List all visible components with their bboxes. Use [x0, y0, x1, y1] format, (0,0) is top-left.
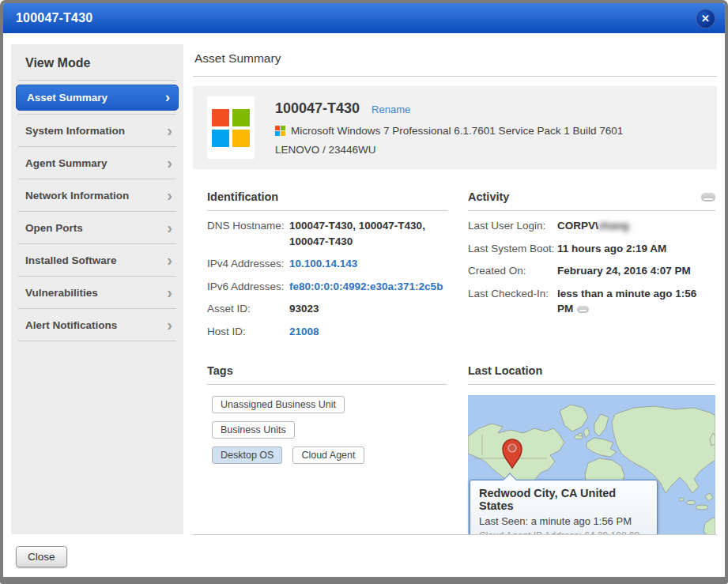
tags-title: Tags	[207, 364, 233, 377]
asset-summary-panel: Asset Summary 100047-T430 Rename Microso…	[193, 44, 717, 535]
rename-link[interactable]: Rename	[372, 104, 410, 115]
sidebar-item-label: Agent Summary	[25, 157, 108, 169]
asset-name: 100047-T430	[275, 100, 360, 117]
last-system-boot-row: Last System Boot: 11 hours ago 2:19 AM	[468, 241, 715, 257]
redacted-text: zhang	[598, 220, 629, 232]
os-logo-box	[207, 96, 255, 159]
ipv6-row: IPv6 Addresses: fe80:0:0:0:4992:e30a:371…	[207, 279, 447, 295]
identification-title: Identification	[207, 190, 278, 203]
chevron-right-icon: ›	[167, 317, 172, 333]
sidebar-item-vulnerabilities[interactable]: Vulnerabilities ›	[11, 277, 183, 308]
chevron-right-icon: ›	[167, 122, 172, 138]
ipv6-value[interactable]: fe80:0:0:0:4992:e30a:371:2c5b	[289, 279, 443, 295]
asset-id-row: Asset ID: 93023	[207, 301, 447, 317]
window-title: 100047-T430	[16, 11, 696, 25]
created-on-value: February 24, 2016 4:07 PM	[557, 263, 691, 279]
location-tooltip: Redwood City, CA United States Last Seen…	[470, 480, 658, 535]
sidebar-item-open-ports[interactable]: Open Ports ›	[11, 212, 183, 243]
field-label: Created On:	[468, 263, 557, 279]
hardware-info: LENOVO / 23446WU	[275, 144, 623, 156]
tag-business-units[interactable]: Business Units	[212, 421, 295, 439]
asset-details-window: 100047-T430 ✕ View Mode Asset Summary › …	[0, 0, 728, 584]
dialog-footer: Close	[3, 540, 725, 577]
os-name: Microsoft Windows 7 Professional 6.1.760…	[291, 125, 623, 137]
sidebar-item-label: Asset Summary	[27, 92, 108, 104]
asset-info: 100047-T430 Rename Microsoft Windows 7 P…	[275, 96, 623, 156]
windows-mini-icon	[275, 126, 285, 136]
chevron-right-icon: ›	[167, 187, 172, 203]
last-user-login-value: CORPV\	[557, 220, 598, 232]
asset-header: 100047-T430 Rename Microsoft Windows 7 P…	[193, 86, 717, 169]
ipv4-value[interactable]: 10.100.14.143	[289, 256, 357, 272]
field-label: Last Checked-In:	[468, 286, 557, 317]
dns-hostname-value: 100047-T430, 100047-T430, 100047-T430	[289, 218, 447, 249]
last-checked-in-row: Last Checked-In: less than a minute ago …	[468, 286, 715, 317]
sidebar-item-alert-notifications[interactable]: Alert Notifications ›	[11, 309, 183, 341]
location-last-seen: Last Seen: a minute ago 1:56 PM	[479, 515, 648, 527]
field-label: IPv4 Addresses:	[207, 256, 289, 272]
created-on-row: Created On: February 24, 2016 4:07 PM	[468, 263, 715, 279]
tag-cloud-agent[interactable]: Cloud Agent	[292, 446, 364, 464]
location-place: Redwood City, CA United States	[479, 487, 648, 512]
ipv4-row: IPv4 Addresses: 10.100.14.143	[207, 256, 447, 272]
view-mode-sidebar: View Mode Asset Summary › System Informa…	[11, 44, 183, 534]
last-system-boot-value: 11 hours ago 2:19 AM	[557, 241, 666, 257]
sidebar-item-label: Open Ports	[25, 222, 83, 234]
activity-title: Activity	[468, 190, 509, 203]
page-title: Asset Summary	[193, 44, 717, 77]
sidebar-item-label: System Information	[25, 125, 125, 137]
tag-desktop-os[interactable]: Desktop OS	[212, 446, 282, 464]
field-label: DNS Hostname:	[207, 218, 289, 249]
world-map[interactable]: Redwood City, CA United States Last Seen…	[468, 395, 715, 535]
identification-section: Identification DNS Hostname: 100047-T430…	[207, 189, 447, 339]
cloud-agent-icon	[577, 306, 589, 313]
last-location-title: Last Location	[468, 364, 542, 377]
close-button[interactable]: Close	[16, 546, 67, 567]
divider	[18, 341, 176, 341]
field-label: Last System Boot:	[468, 241, 557, 257]
last-user-login-row: Last User Login: CORPV\zhang	[468, 218, 715, 234]
sidebar-item-label: Installed Software	[25, 254, 117, 266]
sidebar-item-asset-summary[interactable]: Asset Summary ›	[16, 85, 179, 111]
activity-section: Activity Last User Login: CORPV\zhang La…	[468, 189, 715, 339]
sidebar-item-label: Network Information	[25, 190, 129, 202]
field-label: Host ID:	[207, 324, 289, 340]
sidebar-item-label: Vulnerabilities	[25, 287, 98, 299]
cloud-agent-icon	[701, 193, 715, 202]
sidebar-item-agent-summary[interactable]: Agent Summary ›	[11, 147, 183, 179]
chevron-right-icon: ›	[167, 155, 172, 171]
window-titlebar: 100047-T430 ✕	[3, 3, 725, 33]
dns-hostname-row: DNS Hostname: 100047-T430, 100047-T430, …	[207, 218, 447, 249]
host-id-value[interactable]: 21008	[289, 324, 319, 340]
sidebar-item-network-information[interactable]: Network Information ›	[11, 179, 183, 211]
chevron-right-icon: ›	[165, 90, 170, 104]
field-label: Last User Login:	[468, 218, 557, 234]
windows-logo-icon	[212, 109, 250, 147]
field-label: IPv6 Addresses:	[207, 279, 289, 295]
chevron-right-icon: ›	[167, 220, 172, 235]
sidebar-title: View Mode	[11, 44, 183, 80]
chevron-right-icon: ›	[167, 252, 172, 268]
chevron-right-icon: ›	[167, 284, 172, 300]
tags-section: Tags Unassigned Business UnitBusiness Un…	[207, 363, 447, 535]
sidebar-item-system-information[interactable]: System Information ›	[11, 115, 183, 146]
tag-unassigned-business-unit[interactable]: Unassigned Business Unit	[212, 396, 345, 413]
sidebar-item-installed-software[interactable]: Installed Software ›	[11, 244, 183, 276]
asset-id-value: 93023	[289, 301, 319, 317]
last-location-section: Last Location	[468, 363, 715, 535]
close-icon[interactable]: ✕	[696, 9, 715, 28]
field-label: Asset ID:	[207, 301, 289, 317]
sidebar-item-label: Alert Notifications	[25, 319, 117, 331]
host-id-row: Host ID: 21008	[207, 324, 447, 340]
location-ip-address: Cloud Agent IP Address: 64.39.108.99	[479, 530, 648, 535]
